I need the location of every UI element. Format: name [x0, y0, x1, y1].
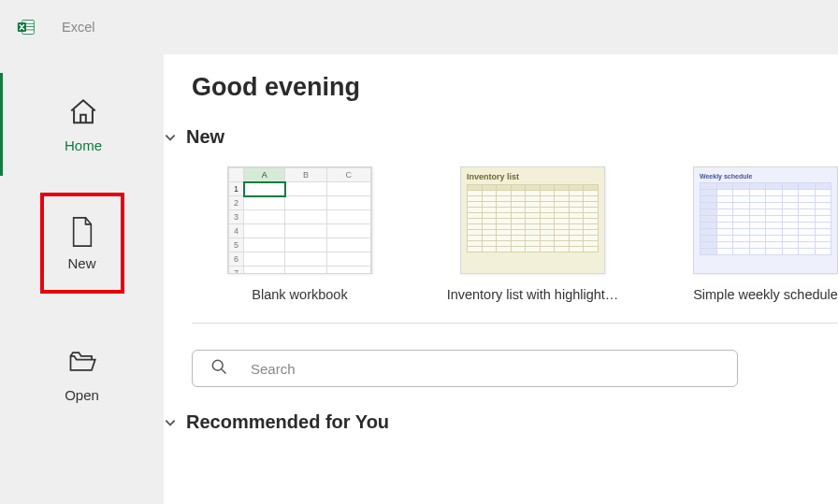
- search-icon: [210, 357, 228, 380]
- nav-new-label: New: [67, 255, 95, 271]
- template-name: Inventory list with highlight…: [447, 287, 619, 302]
- template-thumbnail: Weekly schedule: [693, 166, 838, 274]
- template-name: Simple weekly schedule: [693, 287, 838, 302]
- nav-home-label: Home: [65, 137, 102, 153]
- excel-logo-icon: [17, 18, 36, 36]
- home-icon: [67, 96, 99, 128]
- template-thumbnail: ABC 1 2 3 4 5 6 7: [227, 166, 372, 274]
- sidebar: Home New Open: [0, 54, 164, 504]
- svg-line-6: [222, 369, 226, 374]
- section-recommended-toggle[interactable]: Recommended for You: [192, 411, 838, 433]
- nav-home[interactable]: Home: [0, 73, 164, 176]
- template-name: Blank workbook: [252, 287, 347, 302]
- app-title: Excel: [62, 20, 94, 35]
- section-new-toggle[interactable]: New: [192, 126, 838, 148]
- svg-point-5: [212, 360, 223, 370]
- new-document-icon: [66, 216, 98, 248]
- main-panel: Good evening New ABC 1 2 3 4 5: [164, 54, 838, 504]
- greeting-heading: Good evening: [192, 73, 838, 102]
- template-thumbnail: Inventory list: [460, 166, 605, 274]
- search-box[interactable]: [192, 350, 738, 387]
- template-weekly-schedule[interactable]: Weekly schedule Si: [693, 166, 838, 302]
- section-recommended-label: Recommended for You: [186, 411, 389, 433]
- template-row: ABC 1 2 3 4 5 6 7 Blank workbook Invento…: [192, 166, 838, 324]
- template-blank-workbook[interactable]: ABC 1 2 3 4 5 6 7 Blank workbook: [227, 166, 372, 302]
- template-inventory-list[interactable]: Inventory list: [442, 166, 623, 302]
- section-new-label: New: [186, 126, 224, 148]
- nav-open-label: Open: [65, 387, 99, 403]
- title-bar: Excel: [0, 0, 838, 54]
- chevron-down-icon: [164, 131, 177, 144]
- chevron-down-icon: [164, 416, 177, 429]
- folder-open-icon: [66, 346, 98, 378]
- nav-new[interactable]: New: [40, 193, 124, 294]
- search-input[interactable]: [251, 361, 720, 377]
- nav-open[interactable]: Open: [0, 346, 164, 403]
